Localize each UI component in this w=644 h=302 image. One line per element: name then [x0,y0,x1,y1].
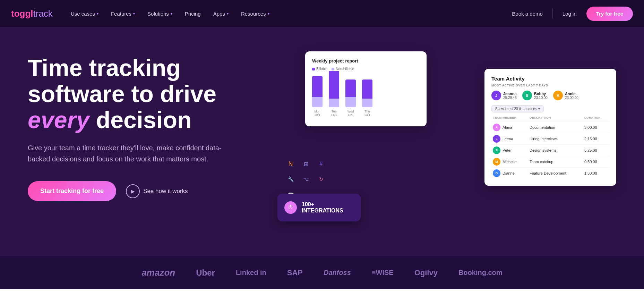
user-avatar: B [522,91,532,100]
nav-solutions[interactable]: Solutions ▾ [142,8,178,19]
user-name: Annie [565,92,578,96]
try-free-button[interactable]: Try for free [586,7,633,21]
legend-billable: Billable [312,67,327,71]
integrations-label: 100+ INTEGRATIONS [302,201,354,214]
weekly-card-title: Weekly project report [312,58,420,64]
nav-apps[interactable]: Apps ▾ [208,8,234,19]
bar-non-billable [345,97,356,107]
nav-pricing[interactable]: Pricing [179,8,206,19]
row-description: Feature Development [528,168,583,179]
bar-stack [329,71,339,107]
row-duration: 1:30:00 [583,168,609,179]
refresh-icon: ↻ [315,173,327,185]
team-user: B Bobby 23:10:00 [522,91,548,100]
logo[interactable]: toggl track [11,8,53,19]
chevron-down-icon: ▾ [133,12,135,16]
team-activity-card: Team Activity Most active over last 7 da… [484,69,616,186]
bar-group: Thu13/1 [362,79,372,117]
bar-label: Tue11/1 [331,110,337,117]
notion-icon: N [284,158,297,170]
user-time: 25:29:45 [503,96,517,100]
row-avatar: L [493,135,500,143]
bar-label: Thu13/1 [364,110,370,117]
bar-billable [312,76,323,97]
logo-wise: ≡WISE [372,269,394,277]
user-time: 23:10:00 [534,96,548,100]
user-name: Joanna [503,92,517,96]
row-description: Hiring interviews [528,133,583,145]
github-icon: ⌥ [300,173,312,185]
user-avatar: J [491,91,501,100]
nav-use-cases[interactable]: Use cases ▾ [65,8,104,19]
logos-bar: amazonUberLinked inSAPDanfoss≡WISEOgilvy… [0,256,644,289]
book-demo-link[interactable]: Book a demo [508,8,547,19]
billable-dot [312,68,315,70]
user-info: Annie 23:00:00 [565,92,578,100]
table-row: P Peter Design systems 5:25:00 [491,145,609,156]
show-entries-button[interactable]: Show latest 20 time entries ▾ [491,105,544,112]
row-avatar: M [493,158,500,166]
nav-links: Use cases ▾ Features ▾ Solutions ▾ Prici… [65,8,508,19]
logo-track: track [33,8,53,19]
integration-icon: ⏱ [284,201,297,214]
non-billable-dot [332,68,334,70]
row-duration: 5:25:00 [583,145,609,156]
table-header: Duration [583,116,609,122]
member-cell: A Alana [491,122,528,133]
hero-subtitle: Give your team a time tracker they'll lo… [28,142,222,165]
table-row: M Michelle Team catchup 0:50:00 [491,156,609,168]
hero-visuals: Weekly project report Billable Non-billa… [277,48,616,242]
team-user: A Annie 23:00:00 [553,91,578,100]
row-avatar: D [493,169,500,177]
logo-danfoss: Danfoss [324,269,351,277]
slack-icon: # [315,158,327,170]
bar-group: Wed12/1 [345,79,356,117]
apps-icon: ⊞ [300,158,312,170]
hero-section: Time tracking software to drive every de… [0,27,644,256]
play-icon: ▶ [126,184,140,198]
row-member-name: Leena [503,137,513,141]
nav-features[interactable]: Features ▾ [105,8,140,19]
row-avatar: A [493,124,500,131]
user-time: 23:00:00 [565,96,578,100]
row-duration: 0:50:00 [583,156,609,168]
start-tracking-button[interactable]: Start tracking for free [28,181,116,201]
member-cell: L Leena [491,133,528,145]
tool-icon: 🔧 [284,173,297,185]
member-cell: D Dianne [491,168,528,179]
user-info: Joanna 25:29:45 [503,92,517,100]
chevron-down-icon: ▾ [97,12,98,16]
logo-booking: Booking.com [458,269,503,277]
table-header: Description [528,116,583,122]
logo-sap: SAP [287,268,303,277]
bar-billable [329,71,339,99]
row-member-name: Dianne [503,171,515,175]
row-description: Team catchup [528,156,583,168]
chevron-down-icon: ▾ [268,12,269,16]
bar-stack [362,79,372,107]
row-duration: 3:00:00 [583,122,609,133]
row-description: Documentation [528,122,583,133]
nav-resources[interactable]: Resources ▾ [235,8,275,19]
integrations-card: ⏱ 100+ INTEGRATIONS [277,194,361,221]
logo-linkedin: Linked in [236,269,266,277]
bar-label: Mon10/1 [314,110,320,117]
row-member-name: Peter [503,148,512,152]
bar-billable [362,79,372,99]
logo-amazon: amazon [141,267,175,278]
user-avatar: A [553,91,563,100]
bar-billable [345,79,356,97]
chevron-down-icon: ▾ [227,12,229,16]
login-link[interactable]: Log in [558,8,581,19]
table-row: A Alana Documentation 3:00:00 [491,122,609,133]
logo-ogilvy: Ogilvy [414,268,438,277]
row-duration: 2:15:00 [583,133,609,145]
logo-uber: Uber [196,268,215,278]
see-how-button[interactable]: ▶ See how it works [126,184,188,198]
team-card-title: Team Activity [491,76,609,82]
bar-stack [345,79,356,107]
table-row: L Leena Hiring interviews 2:15:00 [491,133,609,145]
top-users: J Joanna 25:29:45 B Bobby 23:10:00 A Ann… [491,91,609,100]
bar-non-billable [329,99,339,107]
chevron-down-icon: ▾ [171,12,172,16]
